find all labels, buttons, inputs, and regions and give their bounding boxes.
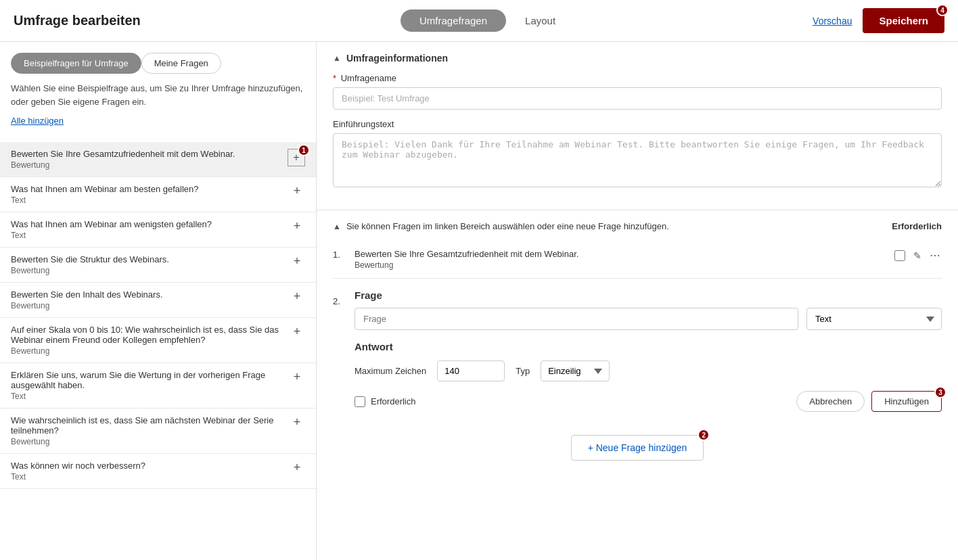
chevron-up-icon: ▲	[333, 222, 341, 231]
list-item[interactable]: Bewerten Sie den Inhalt des Webinars. Be…	[0, 283, 316, 318]
sidebar-item-title: Wie wahrscheinlich ist es, dass Sie am n…	[11, 415, 289, 436]
question-type: Bewertung	[355, 260, 886, 270]
tab-mine[interactable]: Meine Fragen	[141, 53, 221, 74]
question-title: Bewerten Sie Ihre Gesamtzufriedenheit mi…	[355, 249, 886, 259]
edit-icon[interactable]: ✎	[913, 250, 921, 261]
sidebar-item-type: Text	[11, 195, 289, 205]
questions-header: ▲ Sie können Fragen im linken Bereich au…	[333, 221, 942, 231]
header-tabs: Umfragefragen Layout	[176, 9, 799, 32]
tab-layout[interactable]: Layout	[506, 9, 574, 32]
survey-name-input[interactable]	[333, 87, 942, 110]
sidebar-item-title: Was hat Ihnen am Webinar am wenigsten ge…	[11, 219, 289, 229]
sidebar: Beispielfragen für Umfrage Meine Fragen …	[0, 42, 317, 560]
survey-name-label: * Umfragename	[333, 73, 942, 83]
list-item[interactable]: Wie wahrscheinlich ist es, dass Sie am n…	[0, 409, 316, 454]
list-item[interactable]: Auf einer Skala von 0 bis 10: Wie wahrsc…	[0, 318, 316, 363]
sidebar-item-type: Bewertung	[11, 301, 289, 310]
survey-name-group: * Umfragename	[333, 73, 942, 110]
tab-umfragefragen[interactable]: Umfragefragen	[401, 9, 506, 32]
sidebar-item-type: Bewertung	[11, 160, 288, 170]
list-item[interactable]: Bewerten Sie die Struktur des Webinars. …	[0, 248, 316, 283]
required-checkbox[interactable]	[894, 250, 905, 261]
questions-section: ▲ Sie können Fragen im linken Bereich au…	[317, 210, 958, 485]
sidebar-item-type: Bewertung	[11, 266, 289, 275]
list-item[interactable]: Was hat Ihnen am Webinar am wenigsten ge…	[0, 212, 316, 248]
list-item[interactable]: Erklären Sie uns, warum Sie die Wertung …	[0, 363, 316, 409]
sidebar-item-title: Bewerten Sie Ihre Gesamtzufriedenheit mi…	[11, 149, 288, 159]
questions-description: Sie können Fragen im linken Bereich ausw…	[346, 221, 669, 231]
sidebar-item-type: Text	[11, 231, 289, 240]
new-question-btn-row: + Neue Frage hinzügen 2	[333, 421, 942, 474]
sidebar-item-add-button[interactable]: +	[289, 461, 305, 475]
sidebar-item-add-button[interactable]: +	[289, 219, 305, 233]
sidebar-item-type: Text	[11, 472, 289, 482]
sidebar-item-type: Bewertung	[11, 346, 289, 356]
preview-button[interactable]: Vorschau	[813, 16, 852, 26]
survey-info-section: ▲ Umfrageinformationen * Umfragename Ein…	[317, 42, 958, 210]
new-question-title: Frage	[355, 289, 942, 301]
sidebar-item-add-button[interactable]: +	[289, 370, 305, 384]
list-item[interactable]: Was hat Ihnen am Webinar am besten gefal…	[0, 177, 316, 212]
required-row: Erforderlich	[355, 396, 415, 407]
question-text-field[interactable]	[355, 308, 798, 330]
main-layout: Beispielfragen für Umfrage Meine Fragen …	[0, 42, 958, 560]
new-question-number: 2.	[333, 289, 349, 306]
sidebar-item-title: Bewerten Sie den Inhalt des Webinars.	[11, 289, 289, 300]
sidebar-item-add-button[interactable]: +	[289, 184, 305, 198]
app-container: Umfrage bearbeiten Umfragefragen Layout …	[0, 0, 958, 560]
max-chars-label: Maximum Zeichen	[355, 366, 426, 376]
sidebar-item-add-button[interactable]: +	[289, 289, 305, 304]
content-area: ▲ Umfrageinformationen * Umfragename Ein…	[317, 42, 958, 560]
list-item[interactable]: Was können wir noch verbessern? Text +	[0, 454, 316, 489]
sidebar-item-add-button[interactable]: +	[289, 415, 305, 429]
intro-text-label: Einführungstext	[333, 119, 942, 129]
chevron-up-icon: ▲	[333, 53, 341, 63]
sidebar-item-type: Text	[11, 392, 289, 401]
max-chars-input[interactable]: 140	[437, 360, 505, 381]
answer-type-select[interactable]: Einzeilig Mehrzeilig	[541, 360, 610, 381]
answer-section-title: Antwort	[355, 341, 942, 352]
question-actions: ✎ ⋯	[886, 249, 942, 262]
sidebar-item-title: Auf einer Skala von 0 bis 10: Wie wahrsc…	[11, 325, 289, 345]
new-question-editor: 2. Frage Text Bewertung Mehrfachauswahl	[333, 279, 942, 412]
sidebar-tabs: Beispielfragen für Umfrage Meine Fragen	[11, 53, 305, 74]
new-question-required-checkbox[interactable]	[355, 396, 365, 407]
required-star: *	[333, 73, 336, 83]
new-question-badge: 2	[698, 429, 710, 441]
sidebar-description: Wählen Sie eine Beispielfrage aus, um Si…	[11, 82, 305, 108]
survey-info-header[interactable]: ▲ Umfrageinformationen	[333, 53, 942, 64]
intro-text-group: Einführungstext	[333, 119, 942, 189]
answer-config: Maximum Zeichen 140 Typ Einzeilig Mehrze…	[355, 360, 942, 381]
sidebar-item-title: Bewerten Sie die Struktur des Webinars.	[11, 254, 289, 264]
intro-text-input[interactable]	[333, 133, 942, 187]
page-title: Umfrage bearbeiten	[14, 13, 162, 28]
sidebar-badge-1: 1	[298, 144, 310, 156]
add-button[interactable]: Hinzufügen 3	[871, 391, 942, 412]
question-inputs: Text Bewertung Mehrfachauswahl	[355, 308, 942, 330]
sidebar-item-title: Erklären Sie uns, warum Sie die Wertung …	[11, 370, 289, 390]
header-actions: Vorschau Speichern 4	[813, 8, 944, 33]
question-number: 1.	[333, 249, 349, 260]
cancel-button[interactable]: Abbrechen	[796, 391, 865, 412]
sidebar-item-add-button[interactable]: +	[289, 325, 305, 339]
sidebar-item-add-button[interactable]: + 1	[288, 149, 305, 166]
sidebar-item-title: Was können wir noch verbessern?	[11, 461, 289, 471]
more-options-icon[interactable]: ⋯	[930, 249, 942, 262]
header: Umfrage bearbeiten Umfragefragen Layout …	[0, 0, 958, 42]
save-badge: 4	[936, 4, 949, 16]
add-badge: 3	[934, 386, 946, 398]
save-button[interactable]: Speichern 4	[863, 8, 944, 33]
list-item[interactable]: Bewerten Sie Ihre Gesamtzufriedenheit mi…	[0, 142, 316, 177]
question-row: 1. Bewerten Sie Ihre Gesamtzufriedenheit…	[333, 241, 942, 279]
question-type-select[interactable]: Text Bewertung Mehrfachauswahl	[806, 308, 942, 330]
sidebar-item-add-button[interactable]: +	[289, 254, 305, 269]
required-column-label: Erforderlich	[892, 221, 942, 231]
sidebar-item-type: Bewertung	[11, 437, 289, 446]
form-buttons: Abbrechen Hinzufügen 3	[796, 391, 942, 412]
sidebar-item-title: Was hat Ihnen am Webinar am besten gefal…	[11, 184, 289, 194]
new-question-button[interactable]: + Neue Frage hinzügen 2	[571, 435, 704, 461]
section-title: Umfrageinformationen	[346, 53, 448, 64]
add-all-link[interactable]: Alle hinzügen	[11, 116, 64, 126]
required-label: Erforderlich	[371, 396, 415, 406]
tab-examples[interactable]: Beispielfragen für Umfrage	[11, 53, 141, 74]
